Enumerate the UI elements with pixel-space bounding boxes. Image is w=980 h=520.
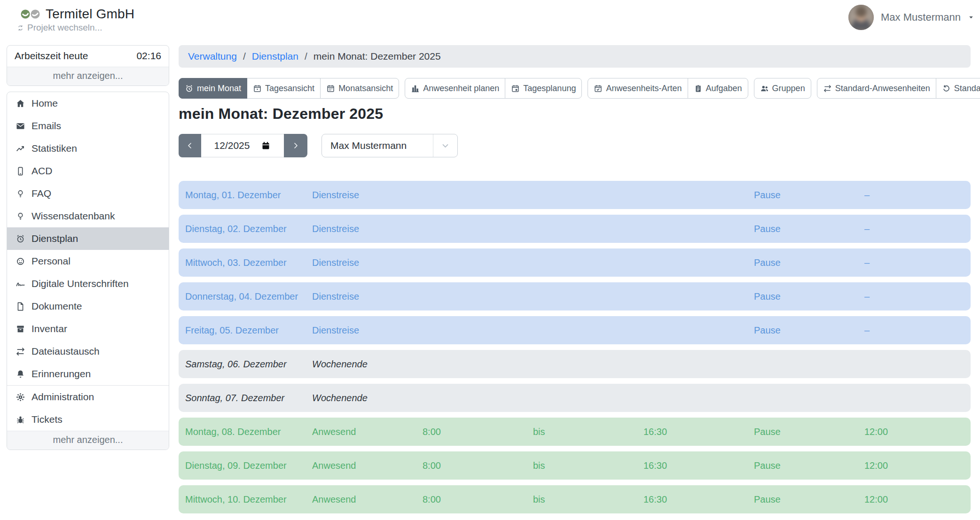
previous-month-button[interactable] [179,134,201,157]
to-cell: 16:30 [643,494,754,505]
worktime-show-more[interactable]: mehr anzeigen... [7,67,169,85]
breadcrumb-link-dienstplan[interactable]: Dienstplan [252,51,298,62]
tab-monatsansicht[interactable]: Monatsansicht [320,78,399,99]
building-chart-icon [411,84,420,93]
sidebar-item-faq[interactable]: FAQ [7,182,169,205]
bell-icon [16,369,25,379]
tab-tagesplanung[interactable]: Tagesplanung [505,78,582,99]
breadcrumb-separator: / [243,51,246,62]
next-month-button[interactable] [284,134,307,157]
clipboard-icon [694,84,703,93]
tab-anwesenheit-planen[interactable]: Anwesenheit planen [405,78,505,99]
avatar [848,5,874,30]
sidebar-item-label: Dateiaustausch [31,346,100,357]
tab-gruppen[interactable]: Gruppen [754,78,811,99]
pause-label-cell: Pause [754,291,864,302]
sidebar-item-personal[interactable]: Personal [7,250,169,272]
select-chevron-zone[interactable] [433,134,457,157]
tab-mein-monat[interactable]: mein Monat [179,78,247,99]
breadcrumb-link-verwaltung[interactable]: Verwaltung [188,51,237,62]
menu-show-more[interactable]: mehr anzeigen... [7,431,169,450]
day-cell: Montag, 08. Dezember [185,427,312,437]
sidebar-item-acd[interactable]: ACD [7,160,169,182]
tab-standard-tage[interactable]: Standard-Tage [936,78,980,99]
calendar-check-icon [594,84,603,93]
sidebar-item-dienstplan[interactable]: Dienstplan [7,227,169,250]
bis-cell: bis [533,460,643,471]
type-cell: Dienstreise [312,190,423,201]
month-value: 12/2025 [214,140,250,151]
sidebar-item-label: Wissensdatenbank [31,210,115,222]
sidebar-item-tickets[interactable]: Tickets [7,408,169,431]
chevron-left-icon [186,142,194,149]
tab-tagesansicht[interactable]: Tagesansicht [247,78,321,99]
month-input[interactable]: 12/2025 [201,134,284,157]
schedule-row[interactable]: Montag, 08. Dezember Anwesend 8:00 bis 1… [179,418,971,446]
signature-icon [16,279,25,289]
chevron-down-icon [441,142,449,150]
pause-label-cell: Pause [754,224,864,234]
phone-icon [16,166,25,176]
day-cell: Samstag, 06. Dezember [185,359,312,370]
sidebar-item-wissensdatenbank[interactable]: Wissensdatenbank [7,205,169,227]
schedule-row[interactable]: Montag, 01. Dezember Dienstreise Pause – [179,181,971,209]
page-title: mein Monat: Dezember 2025 [179,105,971,123]
chevron-right-icon [292,142,299,149]
chart-line-icon [16,144,25,154]
smiley-icon [16,256,25,266]
lightbulb-icon [16,211,25,221]
worktime-value: 02:16 [136,50,161,62]
company-name: Termitel GmbH [46,7,134,22]
view-toolbar: mein Monat Tagesansicht Monatsansicht An… [179,78,971,99]
calendar-icon[interactable] [261,141,271,151]
app-logo[interactable]: Termitel GmbH [21,7,134,22]
sidebar-item-erinnerungen[interactable]: Erinnerungen [7,363,169,385]
schedule-row[interactable]: Sonntag, 07. Dezember Wochenende [179,384,971,412]
schedule-controls: 12/2025 Max Mustermann [179,134,971,157]
schedule-row[interactable]: Mittwoch, 03. Dezember Dienstreise Pause… [179,248,971,277]
calendar-day-icon [253,84,262,93]
pause-label-cell: Pause [754,257,864,268]
pause-value-cell: 12:00 [864,460,964,471]
tab-aufgaben[interactable]: Aufgaben [688,78,748,99]
tab-anwesenheits-arten[interactable]: Anwesenheits-Arten [588,78,688,99]
sidebar-item-administration[interactable]: Administration [7,386,169,408]
caret-down-icon [968,14,974,21]
tab-standard-anwesenheiten[interactable]: Standard-Anwesenheiten [817,78,936,99]
bis-cell: bis [533,494,643,505]
sidebar-item-statistiken[interactable]: Statistiken [7,137,169,160]
schedule-row[interactable]: Samstag, 06. Dezember Wochenende [179,350,971,378]
rotate-icon [942,84,951,93]
alarm-clock-icon [16,234,25,244]
pause-value-cell: – [864,291,964,302]
toolbar-group: mein Monat Tagesansicht Monatsansicht [179,78,399,99]
schedule-row[interactable]: Donnerstag, 04. Dezember Dienstreise Pau… [179,282,971,310]
user-menu[interactable]: Max Mustermann [848,5,974,30]
type-cell: Wochenende [312,393,423,404]
pause-label-cell: Pause [754,190,864,201]
schedule-table: Montag, 01. Dezember Dienstreise Pause –… [179,181,971,513]
schedule-row[interactable]: Dienstag, 02. Dezember Dienstreise Pause… [179,215,971,243]
sidebar-item-emails[interactable]: Emails [7,115,169,137]
pause-value-cell: – [864,257,964,268]
sidebar-item-digitale-unterschriften[interactable]: Digitale Unterschriften [7,272,169,295]
sidebar-item-home[interactable]: Home [7,92,169,115]
schedule-row[interactable]: Dienstag, 09. Dezember Anwesend 8:00 bis… [179,451,971,480]
user-name: Max Mustermann [881,11,961,23]
sidebar-item-dateiaustausch[interactable]: Dateiaustausch [7,340,169,363]
type-cell: Dienstreise [312,224,423,234]
project-switcher[interactable]: Projekt wechseln... [17,23,102,33]
sidebar-item-label: FAQ [31,188,51,199]
sidebar-item-label: Administration [31,391,94,403]
from-cell: 8:00 [423,427,533,437]
sidebar-item-dokumente[interactable]: Dokumente [7,295,169,318]
schedule-row[interactable]: Mittwoch, 10. Dezember Anwesend 8:00 bis… [179,485,971,513]
swap-arrows-icon [823,84,832,93]
schedule-row[interactable]: Freitag, 05. Dezember Dienstreise Pause … [179,316,971,344]
sidebar-item-label: Erinnerungen [31,368,91,380]
refresh-icon [17,24,24,31]
employee-select[interactable]: Max Mustermann [321,134,458,157]
sidebar-item-inventar[interactable]: Inventar [7,318,169,340]
type-cell: Wochenende [312,359,423,370]
day-cell: Montag, 01. Dezember [185,190,312,201]
